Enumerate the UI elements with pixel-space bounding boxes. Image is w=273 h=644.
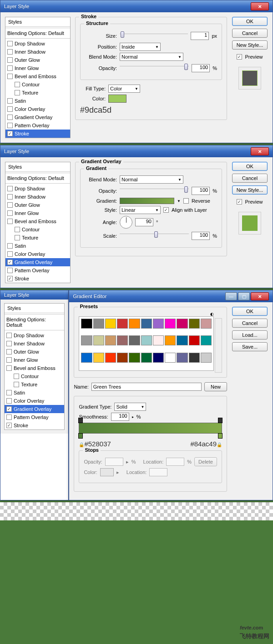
checkbox[interactable] [7,115,13,120]
preset-swatch[interactable] [141,319,152,329]
checkbox[interactable]: ✓ [7,276,13,281]
reverse-checkbox[interactable] [183,198,189,204]
sidebar-item-color-overlay[interactable]: Color Overlay [5,397,64,405]
preset-swatch[interactable] [201,319,212,329]
blendmode-dropdown[interactable]: Normal▼ [120,175,183,184]
checkbox[interactable] [7,57,13,63]
sidebar-item-outer-glow[interactable]: Outer Glow [5,201,70,209]
preset-swatch[interactable] [93,319,104,329]
close-button[interactable]: ✕ [251,292,269,300]
gradient-bar[interactable] [79,423,222,434]
sidebar-item-pattern-overlay[interactable]: Pattern Overlay [5,266,70,275]
sidebar-item-gradient-overlay[interactable]: Gradient Overlay [5,113,70,121]
preset-swatch[interactable] [117,353,128,363]
scale-slider[interactable] [120,234,189,241]
sidebar-header[interactable]: Styles [5,162,70,172]
checkbox[interactable] [7,202,13,208]
name-input[interactable] [91,383,202,391]
sidebar-item-inner-glow[interactable]: Inner Glow [5,64,70,72]
titlebar[interactable]: Layer Style [0,290,68,300]
checkbox[interactable] [7,243,13,249]
preset-swatch[interactable] [165,319,176,329]
preset-swatch[interactable] [129,319,140,329]
checkbox[interactable] [14,382,19,387]
sidebar-item-outer-glow[interactable]: Outer Glow [5,56,70,64]
checkbox[interactable] [7,65,13,71]
blending-options[interactable]: Blending Options: Default [5,29,70,37]
checkbox[interactable] [15,82,20,87]
checkbox[interactable] [7,268,13,273]
sidebar-item-drop-shadow[interactable]: Drop Shadow [5,185,70,193]
checkbox[interactable] [15,227,20,232]
presets-scrollbar[interactable] [215,318,222,373]
ok-button[interactable]: OK [232,307,268,316]
preset-swatch[interactable] [105,353,116,363]
opacity-input[interactable]: 100 [192,187,210,195]
checkbox[interactable] [15,235,20,240]
checkbox[interactable] [7,210,13,216]
sidebar-item-outer-glow[interactable]: Outer Glow [5,348,64,356]
sidebar-item-contour[interactable]: Contour [5,80,70,89]
close-button[interactable]: ✕ [251,147,269,155]
checkbox[interactable] [7,123,13,128]
checkbox[interactable] [6,414,12,420]
preset-swatch[interactable] [93,335,104,345]
sidebar-item-contour[interactable]: Contour [5,225,70,234]
titlebar[interactable]: Layer Style ✕ [0,145,273,157]
size-slider[interactable] [120,34,188,41]
smoothness-input[interactable]: 100 [111,413,129,421]
preset-swatch[interactable] [177,319,187,329]
opacity-stop-left[interactable] [78,418,83,423]
preset-swatch[interactable] [117,335,128,345]
close-button[interactable]: ✕ [251,2,269,10]
sidebar-item-drop-shadow[interactable]: Drop Shadow [5,331,64,339]
blending-options[interactable]: Blending Options: Default [5,174,70,182]
preset-swatch[interactable] [165,353,176,363]
sidebar-item-gradient-overlay[interactable]: ✓Gradient Overlay [5,405,64,413]
preset-swatch[interactable] [81,335,92,345]
titlebar[interactable]: Layer Style ✕ [0,0,273,12]
chevron-down-icon[interactable]: ▼ [177,199,181,203]
checkbox[interactable] [6,349,12,354]
sidebar-item-satin[interactable]: Satin [5,242,70,250]
checkbox[interactable] [7,106,13,112]
new-button[interactable]: New [204,382,227,391]
angle-dial[interactable] [120,216,132,229]
presets-menu-icon[interactable]: ◐ [79,312,214,316]
checkbox[interactable]: ✓ [7,131,13,136]
sidebar-item-inner-shadow[interactable]: Inner Shadow [5,193,70,201]
cancel-button[interactable]: Cancel [232,29,268,38]
preset-swatch[interactable] [105,335,116,345]
sidebar-item-inner-glow[interactable]: Inner Glow [5,356,64,364]
checkbox[interactable] [6,390,12,395]
checkbox[interactable] [6,357,12,363]
position-dropdown[interactable]: Inside▼ [120,43,161,51]
ok-button[interactable]: OK [232,162,268,171]
preset-swatch[interactable] [93,353,104,363]
sidebar-item-bevel-and-emboss[interactable]: Bevel and Emboss [5,364,64,372]
preset-swatch[interactable] [105,319,116,329]
align-checkbox[interactable]: ✓ [163,207,169,213]
checkbox[interactable] [7,219,13,224]
preset-swatch[interactable] [177,353,187,363]
sidebar-item-stroke[interactable]: ✓Stroke [5,421,64,429]
preset-swatch[interactable] [141,335,152,345]
sidebar-item-color-overlay[interactable]: Color Overlay [5,250,70,258]
sidebar-item-gradient-overlay[interactable]: ✓Gradient Overlay [5,258,70,266]
opacity-input[interactable]: 100 [192,64,210,72]
sidebar-header[interactable]: Styles [5,17,70,27]
maximize-button[interactable]: ▢ [238,292,250,300]
gradtype-dropdown[interactable]: Solid▼ [114,403,146,411]
new-style-button[interactable]: New Style... [232,185,268,195]
checkbox[interactable] [7,49,13,55]
color-stop-right[interactable] [218,433,222,439]
preset-swatch[interactable] [201,353,212,363]
checkbox[interactable] [7,186,13,191]
checkbox[interactable]: ✓ [6,423,12,428]
chevron-right-icon[interactable]: ▸ [132,415,134,419]
sidebar-item-texture[interactable]: Texture [5,234,70,242]
preset-swatch[interactable] [153,335,164,345]
checkbox[interactable] [7,251,13,257]
preset-swatch[interactable] [153,319,164,329]
preset-swatch[interactable] [201,335,212,345]
